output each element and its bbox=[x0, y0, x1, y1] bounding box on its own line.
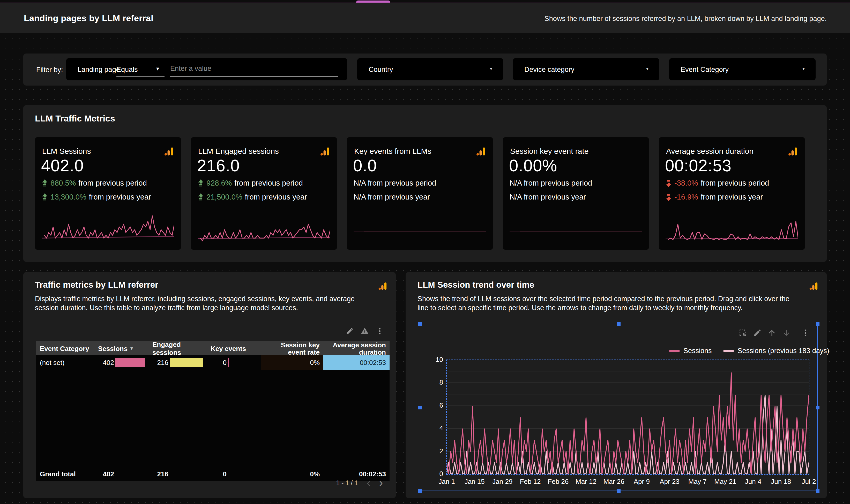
sparkline bbox=[42, 212, 174, 241]
legend-sessions[interactable]: Sessions bbox=[669, 347, 712, 355]
cell-duration: 00:02:53 bbox=[323, 355, 389, 370]
col-header-engaged-sessions[interactable]: Engaged sessions bbox=[149, 341, 207, 357]
marquee-select-icon[interactable] bbox=[738, 328, 748, 338]
scorecard-value: 402.0 bbox=[41, 156, 84, 175]
scorecard-key-event-rate[interactable]: Session key event rate 0.00% N/A from pr… bbox=[503, 137, 649, 250]
dashboard-page: { "header": { "title": "Landing pages by… bbox=[0, 0, 850, 504]
sort-desc-icon: ▼ bbox=[129, 346, 134, 351]
x-axis-tick-label: May 7 bbox=[688, 478, 707, 486]
chevron-down-icon: ▾ bbox=[156, 66, 159, 72]
filter-value-input[interactable] bbox=[170, 63, 336, 74]
edit-icon[interactable] bbox=[345, 326, 355, 336]
table-description: Displays traffic metrics by LLM referrer… bbox=[35, 294, 358, 312]
x-axis-tick-label: Jul 2 bbox=[802, 478, 816, 486]
selection-handle-top-left[interactable] bbox=[418, 322, 422, 326]
legend-line-swatch bbox=[669, 350, 680, 352]
period-change: N/A from previous period bbox=[353, 179, 436, 187]
selection-handle-mid-right[interactable] bbox=[816, 406, 819, 409]
scorecard-value: 216.0 bbox=[197, 156, 240, 175]
scorecard-title: Average session duration bbox=[666, 147, 753, 156]
warning-icon[interactable] bbox=[360, 326, 370, 336]
arrow-up-icon bbox=[197, 179, 204, 187]
page-title: Landing pages by LLM referral bbox=[24, 13, 153, 23]
cell-key-events: 0 bbox=[207, 355, 261, 370]
ga-icon bbox=[319, 146, 331, 157]
year-change: N/A from previous year bbox=[509, 193, 586, 201]
dropdown-device-category[interactable]: Device category ▾ bbox=[513, 58, 659, 80]
chevron-down-icon: ▾ bbox=[490, 66, 492, 72]
chart-title: LLM Session trend over time bbox=[417, 280, 534, 290]
page-next-icon[interactable]: › bbox=[379, 479, 383, 487]
scorecard-llm-engaged-sessions[interactable]: LLM Engaged sessions 216.0 928.6% from p… bbox=[191, 137, 337, 250]
arrow-up-icon[interactable] bbox=[767, 328, 777, 338]
table-row[interactable]: (not set) 402 216 0 0% 00:02:53 bbox=[36, 355, 389, 370]
scorecard-llm-sessions[interactable]: LLM Sessions 402.0 880.5% from previous … bbox=[35, 137, 181, 250]
dropdown-country-label: Country bbox=[369, 66, 393, 74]
year-change: -16.9% from previous year bbox=[665, 193, 763, 201]
col-header-sessions[interactable]: Sessions ▼ bbox=[94, 341, 149, 357]
table-header-row: Event Category Sessions ▼ Engaged sessio… bbox=[36, 341, 389, 355]
selection-handle-top-mid[interactable] bbox=[617, 322, 621, 326]
advanced-filter-chip[interactable]: Landing page Equals ▾ bbox=[66, 58, 347, 80]
selection-handle-bottom-right[interactable] bbox=[816, 489, 819, 493]
selection-handle-mid-left[interactable] bbox=[418, 406, 422, 409]
filter-field-label: Landing page bbox=[77, 66, 120, 74]
x-axis-tick-label: Jan 29 bbox=[492, 478, 513, 486]
dropdown-country[interactable]: Country ▾ bbox=[357, 58, 503, 80]
x-axis-tick-label: Feb 26 bbox=[548, 478, 569, 486]
edit-icon[interactable] bbox=[752, 328, 763, 338]
page-prev-icon[interactable]: ‹ bbox=[367, 479, 370, 487]
scorecard-value: 0.00% bbox=[509, 156, 557, 175]
dropdown-event-category[interactable]: Event Category ▾ bbox=[669, 58, 816, 80]
grand-total-sessions: 402 bbox=[94, 467, 149, 481]
filter-bar: Filter by: Landing page Equals ▾ Country… bbox=[23, 54, 827, 86]
y-axis-tick-label: 4 bbox=[428, 424, 443, 432]
grand-total-label: Grand total bbox=[36, 467, 94, 481]
ga-icon bbox=[787, 146, 799, 157]
sparkline bbox=[353, 219, 486, 233]
legend-line-swatch bbox=[723, 350, 734, 352]
arrow-up-icon bbox=[42, 179, 48, 187]
sparkline bbox=[665, 212, 798, 241]
chart-description: Shows the trend of LLM sessions over the… bbox=[417, 294, 800, 312]
more-options-icon[interactable] bbox=[800, 328, 811, 338]
year-change: 21,500.0% from previous year bbox=[197, 193, 307, 201]
dropdown-event-label: Event Category bbox=[680, 66, 729, 74]
pagination: 1 - 1 / 1 ‹ › bbox=[336, 479, 383, 487]
operator-underline bbox=[116, 76, 164, 77]
y-axis-tick-label: 10 bbox=[428, 356, 443, 364]
more-options-icon[interactable] bbox=[375, 326, 385, 336]
grand-total-engaged: 216 bbox=[149, 467, 207, 481]
selection-handle-top-right[interactable] bbox=[816, 322, 819, 326]
ga-icon bbox=[809, 281, 819, 291]
arrow-down-icon[interactable] bbox=[781, 328, 792, 338]
selection-handle-bottom-mid[interactable] bbox=[617, 489, 621, 493]
ga-icon bbox=[163, 146, 175, 157]
table-panel: Traffic metrics by LLM referrer Displays… bbox=[23, 272, 396, 498]
year-change: 13,300.0% from previous year bbox=[42, 193, 151, 201]
toolbar-divider bbox=[796, 328, 796, 338]
selection-handle-bottom-left[interactable] bbox=[418, 489, 422, 493]
cell-sessions: 402 bbox=[94, 355, 149, 370]
y-axis-tick-label: 0 bbox=[428, 470, 443, 478]
scorecard-key-events[interactable]: Key events from LLMs 0.0 N/A from previo… bbox=[347, 137, 493, 250]
year-change: N/A from previous year bbox=[353, 193, 430, 201]
input-underline bbox=[170, 76, 339, 77]
col-header-session-key-event-rate[interactable]: Session key event rate bbox=[261, 341, 323, 357]
key-events-data-bar bbox=[228, 358, 229, 367]
dropdown-device-label: Device category bbox=[524, 66, 574, 74]
cell-event-category: (not set) bbox=[36, 355, 94, 370]
col-header-key-events[interactable]: Key events bbox=[207, 341, 261, 357]
legend-label: Sessions bbox=[683, 347, 712, 355]
metrics-section-title: LLM Traffic Metrics bbox=[35, 113, 115, 124]
x-axis-tick-label: May 21 bbox=[714, 478, 736, 486]
scorecard-avg-session-duration[interactable]: Average session duration 00:02:53 -38.0%… bbox=[659, 137, 805, 250]
arrow-down-icon bbox=[665, 193, 672, 201]
col-header-event-category[interactable]: Event Category bbox=[36, 341, 94, 357]
period-change: N/A from previous period bbox=[509, 179, 592, 187]
col-header-avg-session-duration[interactable]: Average session duration bbox=[323, 341, 389, 357]
trend-plot[interactable]: 0246810Jan 1Jan 15Jan 29Feb 12Feb 26Mar … bbox=[447, 360, 809, 474]
x-axis-tick-label: Feb 12 bbox=[520, 478, 541, 486]
x-axis-tick-label: Apr 23 bbox=[660, 478, 679, 486]
legend-sessions-previous[interactable]: Sessions (previous 183 days) bbox=[723, 347, 829, 355]
